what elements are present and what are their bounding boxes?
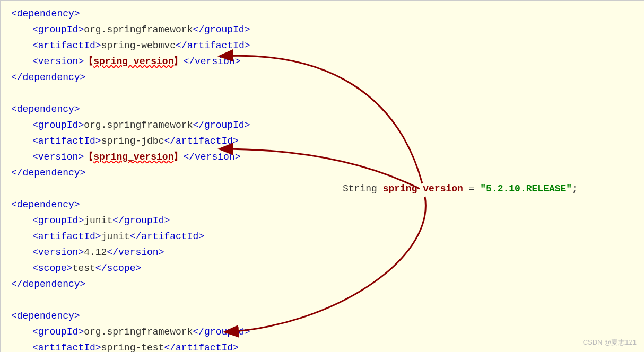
code-line: <version>4.12</version> (11, 244, 250, 260)
code-line: </dependency> (11, 69, 250, 85)
code-line: <artifactId>spring-jdbc</artifactId> (11, 133, 250, 149)
code-block: <dependency><groupId>org.springframework… (11, 6, 250, 352)
code-line: <version>【spring_version】</version> (11, 54, 250, 69)
code-line: <dependency> (11, 308, 250, 324)
code-line: <artifactId>spring-test</artifactId> (11, 340, 250, 352)
variable-declaration: String spring_version = "5.2.10.RELEASE"… (343, 183, 578, 194)
code-line: <dependency> (11, 197, 250, 213)
code-line: <scope>test</scope> (11, 260, 250, 276)
arrow-1 (221, 56, 422, 183)
version-variable-ref: spring_version (93, 152, 173, 162)
code-line: <groupId>org.springframework</groupId> (11, 324, 250, 340)
code-line: <dependency> (11, 101, 250, 117)
decl-value: "5.2.10.RELEASE" (480, 183, 572, 194)
code-line: <groupId>org.springframework</groupId> (11, 117, 250, 133)
code-line: <groupId>junit</groupId> (11, 213, 250, 228)
decl-terminator: ; (572, 183, 578, 194)
arrow-2 (221, 149, 420, 189)
code-line: <version>【spring_version】</version> (11, 149, 250, 165)
decl-name: spring_version (383, 183, 463, 194)
arrow-3 (226, 197, 425, 332)
decl-type: String (343, 183, 377, 194)
code-line: </dependency> (11, 276, 250, 292)
code-line: </dependency> (11, 165, 250, 181)
version-variable-ref: spring_version (93, 56, 173, 67)
code-line: <dependency> (11, 6, 250, 22)
code-line: <groupId>org.springframework</groupId> (11, 22, 250, 38)
code-line: <artifactId>spring-webmvc</artifactId> (11, 38, 250, 54)
code-line: <artifactId>junit</artifactId> (11, 228, 250, 244)
decl-equals: = (469, 183, 481, 194)
watermark: CSDN @夏志121 (583, 338, 637, 347)
